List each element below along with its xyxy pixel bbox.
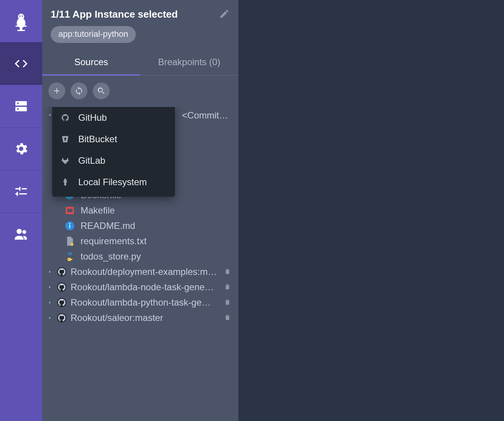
filter-chip-app[interactable]: app:tutorial-python: [51, 26, 136, 43]
remove-repo-button[interactable]: [224, 314, 232, 322]
sources-toolbar: [42, 76, 238, 107]
repo-label: Rookout/lambda-python-task-ge…: [71, 297, 220, 308]
panel-tabs: Sources Breakpoints (0): [42, 50, 238, 76]
repo-row[interactable]: Rookout/lambda-python-task-ge…: [45, 295, 235, 310]
file-row[interactable]: README.md: [45, 218, 235, 234]
repo-label: Rookout/deployment-examples:m…: [71, 266, 220, 277]
chevron-right-icon: [47, 285, 53, 289]
svg-rect-2: [15, 25, 18, 26]
nav-code[interactable]: [0, 42, 42, 85]
svg-point-6: [19, 15, 21, 17]
file-row[interactable]: Makefile: [45, 203, 235, 218]
add-source-menu: GitHub BitBucket GitLab Local Filesystem: [52, 107, 175, 197]
menu-item-github[interactable]: GitHub: [52, 107, 175, 128]
file-name: todos_store.py: [81, 251, 141, 262]
add-source-button[interactable]: [48, 82, 65, 99]
sync-icon: [74, 86, 84, 95]
nav-users[interactable]: [0, 212, 42, 255]
svg-rect-3: [24, 25, 27, 26]
server-icon: [13, 99, 29, 114]
menu-item-localfs[interactable]: Local Filesystem: [52, 171, 175, 193]
source-tree: GitHub BitBucket GitLab Local Filesystem: [42, 107, 238, 421]
instance-selection-title: 1/11 App Instance selected: [51, 8, 178, 20]
menu-item-gitlab[interactable]: GitLab: [52, 150, 175, 171]
repo-label: Rookout/lambda-node-task-gene…: [71, 282, 220, 293]
panel-header: 1/11 App Instance selected: [42, 0, 238, 26]
svg-point-14: [16, 229, 21, 234]
rook-bird-icon: [11, 11, 31, 31]
svg-rect-9: [15, 107, 27, 112]
menu-item-bitbucket[interactable]: BitBucket: [52, 128, 175, 150]
nav-sliders[interactable]: [0, 170, 42, 212]
file-name: requirements.txt: [81, 236, 147, 247]
file-row[interactable]: todos_store.py: [45, 249, 235, 264]
sliders-icon: [13, 184, 29, 199]
nav-servers[interactable]: [0, 85, 42, 127]
filter-chips: app:tutorial-python: [42, 26, 238, 50]
github-icon: [57, 267, 67, 277]
remove-repo-button[interactable]: [224, 298, 232, 307]
gitlab-icon: [61, 156, 70, 165]
makefile-icon: [64, 205, 75, 216]
nav-settings[interactable]: [0, 127, 42, 170]
search-icon: [97, 86, 106, 95]
edit-selection-button[interactable]: [219, 8, 230, 21]
svg-rect-23: [69, 225, 70, 228]
pencil-icon: [219, 8, 230, 19]
svg-point-25: [71, 243, 73, 246]
users-icon: [13, 226, 29, 242]
chevron-right-icon: [47, 300, 53, 305]
python-file-icon: [64, 251, 75, 262]
github-icon: [57, 298, 67, 308]
github-icon: [57, 313, 67, 323]
tab-sources[interactable]: Sources: [42, 50, 140, 75]
svg-point-10: [17, 102, 19, 104]
repo-label: Rookout/saleor:master: [71, 312, 220, 323]
github-icon: [61, 113, 70, 122]
chevron-right-icon: [47, 316, 53, 320]
commit-label: <Commit…: [182, 110, 228, 121]
menu-label: BitBucket: [78, 134, 117, 145]
svg-point-15: [22, 230, 26, 234]
svg-point-1: [17, 18, 26, 28]
tab-breakpoints[interactable]: Breakpoints (0): [140, 50, 239, 75]
svg-rect-13: [16, 192, 18, 196]
repo-row[interactable]: Rookout/lambda-node-task-gene…: [45, 280, 235, 295]
svg-rect-8: [15, 101, 27, 106]
svg-point-7: [21, 15, 23, 17]
bitbucket-icon: [61, 135, 70, 144]
file-name: README.md: [81, 220, 135, 231]
github-icon: [57, 282, 67, 292]
sources-panel: 1/11 App Instance selected app:tutorial-…: [42, 0, 239, 421]
plus-icon: [52, 86, 61, 95]
svg-point-11: [17, 108, 19, 110]
svg-rect-5: [17, 30, 25, 31]
code-icon: [13, 56, 29, 71]
menu-label: GitLab: [78, 155, 105, 166]
filesystem-icon: [61, 178, 70, 187]
file-row[interactable]: requirements.txt: [45, 234, 235, 249]
refresh-sources-button[interactable]: [71, 82, 87, 99]
menu-label: GitHub: [78, 112, 107, 123]
svg-rect-12: [19, 187, 20, 191]
brand-logo: [0, 0, 42, 42]
menu-label: Local Filesystem: [78, 177, 147, 187]
chevron-right-icon: [47, 270, 53, 274]
editor-area: [239, 0, 504, 421]
nav-rail: [0, 0, 42, 421]
remove-repo-button[interactable]: [224, 268, 232, 276]
file-name: Makefile: [81, 205, 115, 216]
repo-row[interactable]: Rookout/saleor:master: [45, 310, 235, 326]
repo-row[interactable]: Rookout/deployment-examples:m…: [45, 264, 235, 280]
search-sources-button[interactable]: [93, 82, 110, 99]
info-file-icon: [64, 220, 75, 231]
svg-point-24: [69, 223, 70, 224]
remove-repo-button[interactable]: [224, 283, 232, 291]
gear-icon: [13, 141, 29, 156]
requirements-file-icon: [64, 236, 75, 247]
